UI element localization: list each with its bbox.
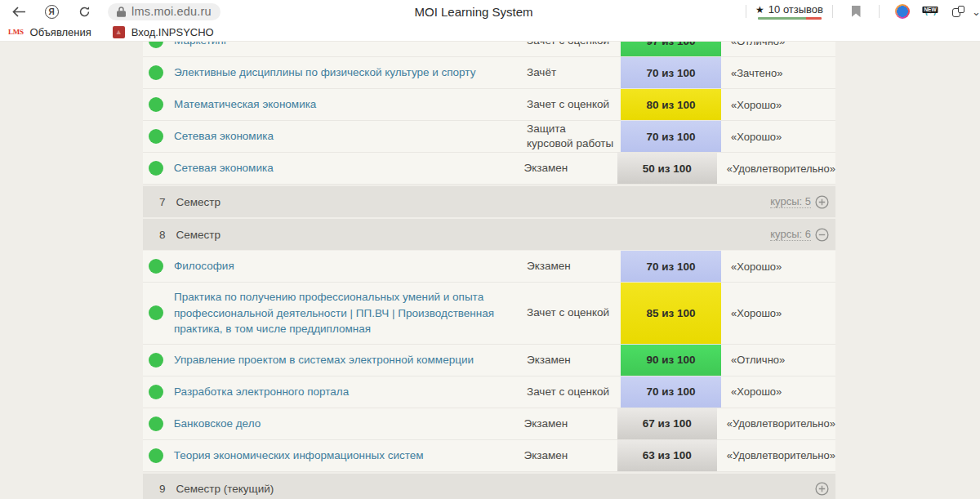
collections-button[interactable] <box>944 6 972 17</box>
control-type: Экзамен <box>527 259 621 274</box>
semester-label: Семестр <box>176 196 221 208</box>
status-cell <box>143 448 174 463</box>
course-row: Сетевая экономикаЭкзамен50 из 100«Удовле… <box>143 153 835 185</box>
grade-text: «Отлично» <box>721 354 835 366</box>
semester-label: Семестр (текущий) <box>176 483 274 495</box>
course-name-cell: Элективные дисциплины по физической куль… <box>174 58 527 87</box>
course-link[interactable]: Управление проектом в системах электронн… <box>174 354 474 366</box>
bookmark-label: Объявления <box>30 26 91 38</box>
course-name-cell: Математическая экономика <box>174 90 527 119</box>
course-row: Разработка электронного порталаЗачет с о… <box>143 376 835 408</box>
status-cell <box>143 129 174 144</box>
address-bar[interactable]: lms.moi.edu.ru <box>108 3 220 20</box>
course-name-cell: Сетевая экономика <box>174 154 524 183</box>
course-link[interactable]: Практика по получению профессиональных у… <box>174 291 494 335</box>
expand-icon[interactable] <box>815 482 829 496</box>
grades-table: МаркетингЗачет с оценкой97 из 100«Отличн… <box>143 42 835 499</box>
course-row: Практика по получению профессиональных у… <box>143 283 835 345</box>
status-cell <box>143 65 174 80</box>
bookmark-page-button[interactable] <box>842 6 870 17</box>
score-cell: 70 из 100 <box>621 121 721 152</box>
back-button[interactable] <box>8 2 29 21</box>
course-row: МаркетингЗачет с оценкой97 из 100«Отличн… <box>143 42 835 57</box>
courses-count-link[interactable]: курсы: 5 <box>770 195 811 208</box>
control-type: Экзамен <box>523 161 617 176</box>
divider <box>879 5 880 18</box>
status-dot-icon <box>149 161 163 176</box>
reviews-rating[interactable]: ★ 10 отзывов <box>755 3 823 20</box>
collections-icon <box>952 6 964 17</box>
course-link[interactable]: Математическая экономика <box>174 98 316 110</box>
course-name-cell: Практика по получению профессиональных у… <box>174 283 527 344</box>
course-link[interactable]: Маркетинг <box>174 42 228 47</box>
score-cell: 70 из 100 <box>621 57 721 88</box>
grade-text: «Хорошо» <box>721 131 835 143</box>
semester-number: 7 <box>159 196 166 208</box>
semester-row[interactable]: 7Семестркурсы: 5 <box>143 186 835 217</box>
course-link[interactable]: Разработка электронного портала <box>174 385 349 398</box>
back-arrow-icon <box>12 7 26 17</box>
score-cell: 67 из 100 <box>617 408 717 439</box>
status-cell <box>143 417 174 431</box>
grade-text: «Хорошо» <box>721 99 835 111</box>
status-dot-icon <box>149 42 163 48</box>
semester-courses: курсы: 6 <box>770 228 829 242</box>
course-name-cell: Банковское дело <box>174 409 524 439</box>
control-type: Зачет с оценкой <box>527 42 621 48</box>
bookmark-item-inpsycho[interactable]: ▲ Вход.INPSYCHO <box>113 26 214 38</box>
status-dot-icon <box>149 305 163 320</box>
extension-button[interactable] <box>889 4 916 19</box>
status-cell <box>143 97 174 112</box>
control-type: Зачет с оценкой <box>527 305 621 320</box>
status-dot-icon <box>149 353 163 368</box>
semester-row[interactable]: 8Семестркурсы: 6 <box>143 219 835 250</box>
downloads-icon[interactable]: ⌄ <box>972 6 980 18</box>
collapse-icon[interactable] <box>815 228 829 242</box>
score-cell: 85 из 100 <box>621 283 721 344</box>
media-new-button[interactable]: (⌐⌐) NEW <box>916 8 944 15</box>
status-cell <box>143 385 174 399</box>
semester-row[interactable]: 9Семестр (текущий) <box>143 474 835 499</box>
lock-icon <box>117 7 126 17</box>
grade-text: «Удовлетворительно» <box>717 163 835 175</box>
yandex-icon: Я <box>45 5 59 19</box>
course-link[interactable]: Философия <box>174 260 234 272</box>
bookmark-item-announcements[interactable]: LMS Объявления <box>8 26 91 38</box>
course-row: Элективные дисциплины по физической куль… <box>143 57 835 89</box>
status-dot-icon <box>149 448 163 463</box>
control-type: Зачет с оценкой <box>527 97 621 112</box>
grade-text: «Отлично» <box>721 42 835 47</box>
expand-icon[interactable] <box>815 195 829 209</box>
refresh-icon <box>78 6 91 18</box>
rating-bar <box>758 17 822 20</box>
status-dot-icon <box>149 417 163 431</box>
course-name-cell: Теория экономических информационных сист… <box>174 441 524 470</box>
control-type: Экзамен <box>523 417 617 431</box>
grade-text: «Хорошо» <box>721 385 835 398</box>
status-dot-icon <box>149 97 163 112</box>
divider <box>746 5 746 18</box>
semester-number: 8 <box>159 229 166 241</box>
bookmark-label: Вход.INPSYCHO <box>131 26 214 38</box>
refresh-button[interactable] <box>74 2 95 21</box>
course-link[interactable]: Элективные дисциплины по физической куль… <box>174 66 475 78</box>
chrome-right-icons: ★ 10 отзывов (⌐⌐) NEW ⌄ <box>737 0 980 23</box>
score-cell: 80 из 100 <box>621 89 721 120</box>
course-link[interactable]: Банковское дело <box>174 417 261 430</box>
divider <box>832 5 833 18</box>
course-link[interactable]: Сетевая экономика <box>174 130 274 142</box>
course-link[interactable]: Теория экономических информационных сист… <box>174 449 424 461</box>
course-row: Банковское делоЭкзамен67 из 100«Удовлетв… <box>143 408 835 440</box>
score-cell: 70 из 100 <box>621 376 721 408</box>
course-row: Сетевая экономикаЗащита курсовой работы7… <box>143 121 835 153</box>
yandex-browser-button[interactable]: Я <box>41 2 62 21</box>
grade-text: «Хорошо» <box>721 261 835 273</box>
courses-count-link[interactable]: курсы: 6 <box>770 228 811 241</box>
score-cell: 97 из 100 <box>621 42 721 56</box>
status-dot-icon <box>149 385 163 399</box>
extension-icon <box>895 4 910 19</box>
course-link[interactable]: Сетевая экономика <box>174 162 274 174</box>
status-cell <box>143 305 174 320</box>
score-cell: 90 из 100 <box>621 345 721 376</box>
course-row: Теория экономических информационных сист… <box>143 440 835 472</box>
